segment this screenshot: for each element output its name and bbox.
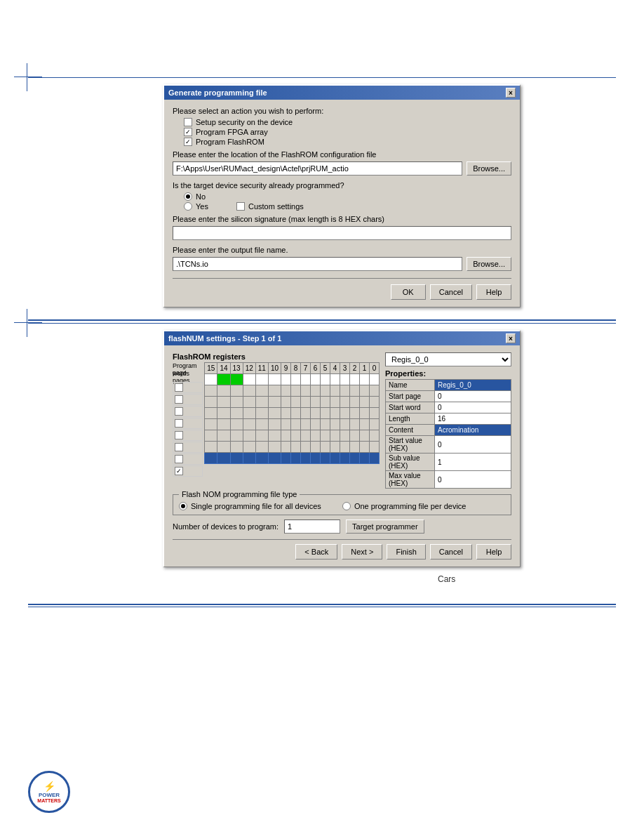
cell-4-6[interactable] — [311, 408, 321, 419]
cell-0-4[interactable] — [330, 453, 340, 464]
cell-4-14[interactable] — [217, 408, 230, 419]
cell-2-4[interactable] — [330, 430, 340, 442]
cell-6-2[interactable] — [350, 385, 360, 397]
cell-6-9[interactable] — [281, 385, 291, 397]
output-input[interactable] — [173, 257, 462, 271]
cell-2-15[interactable] — [205, 430, 217, 442]
cell-1-3[interactable] — [340, 442, 350, 453]
cancel-button-1[interactable]: Cancel — [430, 284, 472, 300]
cell-3-10[interactable] — [268, 419, 281, 430]
cell-3-8[interactable] — [291, 419, 301, 430]
cell-3-1[interactable] — [360, 419, 370, 430]
cell-2-12[interactable] — [243, 430, 255, 442]
cell-0-13[interactable] — [230, 453, 243, 464]
cell-1-13[interactable] — [230, 442, 243, 453]
cell-1-15[interactable] — [205, 442, 217, 453]
cell-7-6[interactable] — [311, 374, 321, 385]
cell-1-11[interactable] — [255, 442, 268, 453]
cell-4-4[interactable] — [330, 408, 340, 419]
checkbox-custom-settings[interactable] — [236, 202, 245, 211]
cell-6-12[interactable] — [243, 385, 255, 397]
cell-3-11[interactable] — [255, 419, 268, 430]
cell-5-2[interactable] — [350, 397, 360, 408]
pp-check-1[interactable] — [175, 455, 183, 463]
browse-button-2[interactable]: Browse... — [467, 257, 511, 271]
cell-1-2[interactable] — [350, 442, 360, 453]
cell-4-8[interactable] — [291, 408, 301, 419]
num-devices-input[interactable] — [284, 519, 340, 534]
cell-6-13[interactable] — [230, 385, 243, 397]
cell-5-5[interactable] — [321, 397, 330, 408]
cell-7-10[interactable] — [268, 374, 281, 385]
cell-5-13[interactable] — [230, 397, 243, 408]
cell-3-7[interactable] — [301, 419, 311, 430]
cell-5-12[interactable] — [243, 397, 255, 408]
cell-2-11[interactable] — [255, 430, 268, 442]
cell-2-0[interactable] — [370, 430, 380, 442]
cell-3-12[interactable] — [243, 419, 255, 430]
cell-6-3[interactable] — [340, 385, 350, 397]
cell-1-8[interactable] — [291, 442, 301, 453]
cell-0-8[interactable] — [291, 453, 301, 464]
cell-2-8[interactable] — [291, 430, 301, 442]
cell-5-1[interactable] — [360, 397, 370, 408]
cell-5-15[interactable] — [205, 397, 217, 408]
cell-3-15[interactable] — [205, 419, 217, 430]
cell-2-13[interactable] — [230, 430, 243, 442]
cell-2-5[interactable] — [321, 430, 330, 442]
pp-check-6[interactable] — [175, 395, 183, 404]
cell-1-4[interactable] — [330, 442, 340, 453]
cell-3-3[interactable] — [340, 419, 350, 430]
cell-0-6[interactable] — [311, 453, 321, 464]
radio-one-per[interactable] — [342, 502, 351, 510]
signature-input[interactable] — [173, 226, 511, 240]
cell-2-3[interactable] — [340, 430, 350, 442]
cell-6-0[interactable] — [370, 385, 380, 397]
cell-6-15[interactable] — [205, 385, 217, 397]
cell-7-12[interactable] — [243, 374, 255, 385]
radio-single[interactable] — [179, 502, 187, 510]
cell-3-0[interactable] — [370, 419, 380, 430]
cell-0-11[interactable] — [255, 453, 268, 464]
cell-2-7[interactable] — [301, 430, 311, 442]
cell-5-14[interactable] — [217, 397, 230, 408]
cell-7-11[interactable] — [255, 374, 268, 385]
cell-6-11[interactable] — [255, 385, 268, 397]
cell-7-14[interactable] — [217, 374, 230, 385]
checkbox-setup-security[interactable] — [184, 118, 192, 126]
checkbox-program-flashrom[interactable] — [184, 138, 192, 146]
cell-7-1[interactable] — [360, 374, 370, 385]
cell-4-7[interactable] — [301, 408, 311, 419]
cell-1-0[interactable] — [370, 442, 380, 453]
cell-7-15[interactable] — [205, 374, 217, 385]
cell-5-8[interactable] — [291, 397, 301, 408]
cell-6-8[interactable] — [291, 385, 301, 397]
target-programmer-button[interactable]: Target programmer — [346, 519, 424, 534]
radio-no[interactable] — [184, 192, 192, 201]
pp-check-7[interactable] — [175, 383, 183, 392]
cell-3-6[interactable] — [311, 419, 321, 430]
cell-0-10[interactable] — [268, 453, 281, 464]
cell-0-14[interactable] — [217, 453, 230, 464]
cell-0-9[interactable] — [281, 453, 291, 464]
cell-2-1[interactable] — [360, 430, 370, 442]
cell-0-3[interactable] — [340, 453, 350, 464]
dialog1-close-button[interactable]: × — [506, 88, 516, 98]
cell-3-9[interactable] — [281, 419, 291, 430]
cell-7-13[interactable] — [230, 374, 243, 385]
register-dropdown[interactable]: Regis_0_0 — [385, 352, 511, 366]
cell-3-2[interactable] — [350, 419, 360, 430]
cell-2-10[interactable] — [268, 430, 281, 442]
cell-5-4[interactable] — [330, 397, 340, 408]
cell-4-1[interactable] — [360, 408, 370, 419]
browse-button-1[interactable]: Browse... — [467, 161, 511, 176]
cancel-button-2[interactable]: Cancel — [430, 544, 472, 560]
cell-3-4[interactable] — [330, 419, 340, 430]
radio-yes[interactable] — [184, 202, 192, 211]
cell-0-12[interactable] — [243, 453, 255, 464]
cell-5-3[interactable] — [340, 397, 350, 408]
cell-4-10[interactable] — [268, 408, 281, 419]
cell-1-10[interactable] — [268, 442, 281, 453]
cell-6-14[interactable] — [217, 385, 230, 397]
pp-check-4[interactable] — [175, 419, 183, 428]
